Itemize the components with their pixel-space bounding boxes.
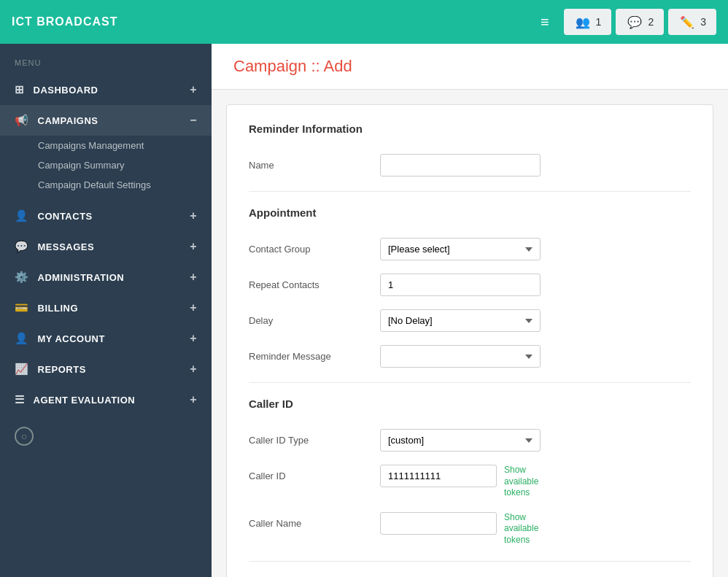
caller-id-wrapper: Show available tokens [380,465,555,499]
caller-name-wrapper: Show available tokens [380,512,555,546]
step-2-button[interactable]: 💬 2 [616,9,664,35]
sidebar-bottom: ○ [0,415,212,457]
step-3-label: 3 [700,16,706,28]
sidebar-item-administration-label: ADMINISTRATION [38,272,125,283]
delay-select[interactable]: [No Delay] [380,309,541,332]
caller-id-type-control: [custom] [380,429,555,452]
sidebar-item-messages-label: MESSAGES [38,241,95,252]
sidebar-item-contacts-label: CONTACTS [38,211,93,222]
sidebar-item-reports[interactable]: 📈 REPORTS + [0,354,212,384]
sidebar: MENU ⊞ DASHBOARD + 📢 CAMPAIGNS − Campaig… [0,44,212,577]
reminder-message-label: Reminder Message [249,345,380,362]
caller-id-input[interactable] [380,465,497,487]
contact-group-control: [Please select] [380,238,555,260]
step-2-label: 2 [648,16,654,28]
caller-id-type-select[interactable]: [custom] [380,429,541,452]
repeat-contacts-row: Repeat Contacts [249,274,691,296]
reminder-message-control [380,345,555,368]
dashboard-icon: ⊞ [15,83,25,96]
sidebar-sub-campaign-summary[interactable]: Campaign Summary [38,155,197,175]
campaigns-icon: 📢 [15,114,29,127]
menu-label: MENU [0,44,212,74]
sidebar-item-dashboard[interactable]: ⊞ DASHBOARD + [0,74,212,105]
step-2-icon: 💬 [626,13,643,31]
app-title: ICT BROADCAST [12,15,541,28]
divider-3 [249,561,691,562]
caller-name-label: Caller Name [249,512,380,529]
caller-id-type-label: Caller ID Type [249,429,380,446]
sidebar-sub-campaign-default-settings[interactable]: Campaign Default Settings [38,175,197,195]
caller-name-show-tokens[interactable]: Show available tokens [504,512,548,546]
sidebar-sub-campaigns-management[interactable]: Campaigns Management [38,136,197,155]
delay-label: Delay [249,309,380,326]
step-1-label: 1 [596,16,602,28]
sidebar-item-campaigns[interactable]: 📢 CAMPAIGNS − [0,105,212,136]
name-label: Name [249,154,380,171]
step-3-button[interactable]: ✏️ 3 [668,9,716,35]
step-3-icon: ✏️ [678,13,696,31]
contacts-icon: 👤 [15,209,29,222]
caller-id-control: Show available tokens [380,465,555,499]
contact-group-select[interactable]: [Please select] [380,238,541,260]
caller-name-input[interactable] [380,512,497,535]
sidebar-item-messages[interactable]: 💬 MESSAGES + [0,231,212,262]
administration-plus: + [190,271,197,284]
messages-plus: + [190,240,197,253]
sidebar-item-my-account-label: MY ACCOUNT [38,333,105,344]
campaigns-minus: − [190,114,197,127]
main-content: Campaign :: Add Reminder Information Nam… [212,44,728,577]
name-row: Name [249,154,691,177]
layout: MENU ⊞ DASHBOARD + 📢 CAMPAIGNS − Campaig… [0,44,728,577]
reminder-message-row: Reminder Message [249,345,691,368]
page-title: Campaign :: Add [233,57,706,76]
reports-icon: 📈 [15,363,29,376]
sidebar-item-agent-evaluation-label: AGENT EVALUATION [34,395,136,406]
step-1-icon: 👥 [574,13,592,31]
contacts-plus: + [190,209,197,222]
caller-id-show-tokens[interactable]: Show available tokens [504,465,548,499]
sidebar-item-dashboard-label: DASHBOARD [34,85,98,96]
name-control [380,154,555,177]
sidebar-item-reports-label: REPORTS [38,364,86,375]
reminder-info-section-title: Reminder Information [249,123,691,141]
agent-evaluation-icon: ☰ [15,393,25,406]
caller-id-row: Caller ID Show available tokens [249,465,691,499]
my-account-plus: + [190,332,197,345]
repeat-contacts-input[interactable] [380,274,541,296]
sidebar-item-agent-evaluation[interactable]: ☰ AGENT EVALUATION + [0,384,212,415]
sidebar-circle-button[interactable]: ○ [15,427,34,446]
sidebar-item-billing-label: BILLING [38,303,79,314]
sidebar-item-my-account[interactable]: 👤 MY ACCOUNT + [0,323,212,354]
sidebar-item-contacts[interactable]: 👤 CONTACTS + [0,201,212,231]
step-1-button[interactable]: 👥 1 [564,9,612,35]
circle-icon: ○ [21,430,27,442]
delay-control: [No Delay] [380,309,555,332]
administration-icon: ⚙️ [15,271,29,284]
hamburger-icon[interactable]: ≡ [541,14,549,31]
sidebar-item-billing[interactable]: 💳 BILLING + [0,293,212,323]
contact-group-label: Contact Group [249,238,380,255]
billing-plus: + [190,301,197,314]
caller-id-section-title: Caller ID [249,398,691,416]
repeat-contacts-control [380,274,555,296]
form-container: Reminder Information Name Appointment Co… [226,104,713,577]
caller-name-control: Show available tokens [380,512,555,546]
name-input[interactable] [380,154,541,177]
sidebar-item-campaigns-label: CAMPAIGNS [38,115,98,126]
divider-2 [249,382,691,383]
my-account-icon: 👤 [15,332,29,345]
reminder-message-select[interactable] [380,345,541,368]
billing-icon: 💳 [15,301,29,314]
caller-id-type-row: Caller ID Type [custom] [249,429,691,452]
sidebar-item-administration[interactable]: ⚙️ ADMINISTRATION + [0,262,212,293]
contact-group-row: Contact Group [Please select] [249,238,691,260]
delay-row: Delay [No Delay] [249,309,691,332]
campaigns-submenu: Campaigns Management Campaign Summary Ca… [0,136,212,201]
caller-id-label: Caller ID [249,465,380,481]
divider-1 [249,191,691,192]
step-tabs: 👥 1 💬 2 ✏️ 3 [564,9,716,35]
repeat-contacts-label: Repeat Contacts [249,274,380,290]
messages-icon: 💬 [15,240,29,253]
appointment-section-title: Appointment [249,206,691,225]
topbar: ICT BROADCAST ≡ 👥 1 💬 2 ✏️ 3 [0,0,728,44]
